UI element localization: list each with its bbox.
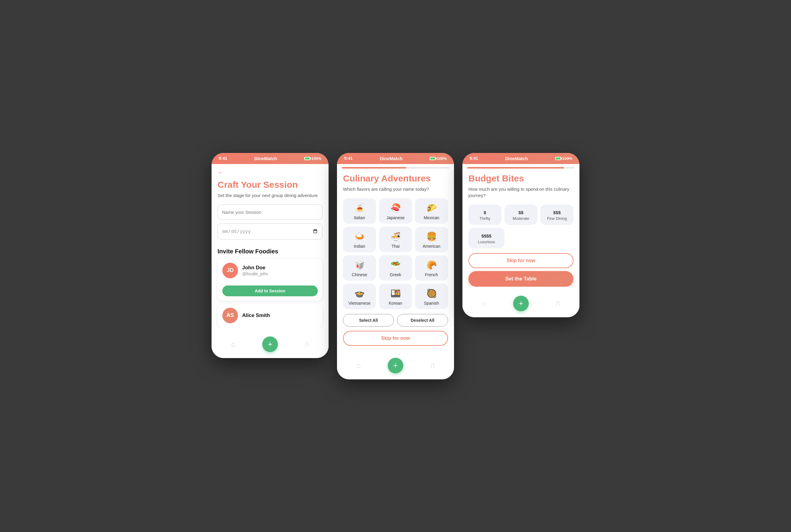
time-1: 9:41: [219, 156, 227, 161]
luxurious-label: Luxurious: [478, 240, 495, 244]
time-2: 9:41: [344, 156, 353, 161]
cuisine-label-korean: Korean: [389, 301, 402, 306]
cuisine-label-mexican: Mexican: [424, 215, 439, 220]
home-icon-3[interactable]: ⌂: [482, 300, 486, 307]
bottom-nav-2: ⌂ + ⎍: [337, 354, 454, 379]
budget-item-fine-dining[interactable]: $$$ Fine Dining: [540, 205, 573, 225]
cuisine-item-french[interactable]: 🥐 French: [415, 255, 448, 281]
luxurious-symbol: $$$$: [481, 233, 491, 239]
cuisine-item-greek[interactable]: 🥗 Greek: [379, 255, 412, 281]
bottom-nav-3: ⌂ + ⎍: [462, 291, 580, 317]
cuisine-emoji-greek: 🥗: [390, 260, 401, 270]
avatar-john: JD: [222, 263, 238, 278]
fab-button-3[interactable]: +: [513, 296, 529, 311]
user-card-alice: AS Alice Smith: [218, 303, 323, 327]
budget-symbol-0: $: [484, 210, 486, 215]
app-name-2: DineMatch: [380, 156, 402, 161]
battery-2: 100%: [430, 156, 447, 161]
cuisine-label-french: French: [425, 272, 438, 277]
phones-container: 9:41 DineMatch 100% ← Craft Your Session…: [211, 153, 580, 379]
add-to-session-button[interactable]: Add to Session: [222, 285, 318, 296]
cuisine-label-chinese: Chinese: [352, 272, 367, 277]
cuisine-emoji-american: 🍔: [426, 231, 437, 242]
skip-button-3[interactable]: Skip for now: [468, 253, 573, 268]
cuisine-emoji-thai: 🍜: [390, 231, 401, 242]
budget-item-luxurious[interactable]: $$$$ Luxurious: [468, 228, 504, 248]
cuisine-emoji-spanish: 🥘: [426, 288, 437, 298]
user-name-john: John Doe: [242, 265, 318, 271]
cuisine-item-american[interactable]: 🍔 American: [415, 227, 448, 252]
app-name-1: DineMatch: [254, 156, 277, 161]
date-input[interactable]: [218, 223, 323, 240]
cuisine-item-mexican[interactable]: 🌮 Mexican: [415, 198, 448, 224]
cuisine-item-vietnamese[interactable]: 🍲 Vietnamese: [343, 284, 376, 309]
chart-icon-1[interactable]: ⎍: [305, 340, 309, 348]
cuisine-item-chinese[interactable]: 🥡 Chinese: [343, 255, 376, 281]
cuisine-label-italian: Italian: [354, 215, 365, 220]
budget-item-moderate[interactable]: $$ Moderate: [504, 205, 537, 225]
phone-1: 9:41 DineMatch 100% ← Craft Your Session…: [211, 153, 329, 358]
status-bar-3: 9:41 DineMatch 100%: [462, 153, 580, 164]
avatar-alice: AS: [222, 308, 238, 323]
budget-label-0: Thrifty: [479, 216, 490, 221]
cuisine-emoji-indian: 🍛: [354, 231, 365, 242]
cuisine-emoji-italian: 🍝: [354, 203, 365, 213]
screen-craft: ← Craft Your Session Set the stage for y…: [211, 164, 329, 327]
cuisine-item-thai[interactable]: 🍜 Thai: [379, 227, 412, 252]
budget-symbol-1: $$: [518, 210, 523, 215]
fab-button-2[interactable]: +: [388, 358, 403, 373]
cuisine-emoji-vietnamese: 🍲: [354, 288, 365, 298]
battery-icon-3: [555, 157, 561, 160]
skip-button-2[interactable]: Skip for now: [343, 331, 448, 346]
progress-container-3: [462, 164, 580, 169]
bottom-nav-1: ⌂ + ⎍: [211, 332, 329, 358]
screen-subtitle-2: Which flavors are calling your name toda…: [343, 186, 448, 192]
cuisine-grid: 🍝 Italian 🍣 Japanese 🌮 Mexican 🍛 Indian …: [343, 198, 448, 309]
cuisine-item-italian[interactable]: 🍝 Italian: [343, 198, 376, 224]
home-icon-1[interactable]: ⌂: [231, 340, 235, 348]
budget-label-1: Moderate: [513, 216, 529, 221]
cuisine-label-japanese: Japanese: [386, 215, 405, 220]
cuisine-item-japanese[interactable]: 🍣 Japanese: [379, 198, 412, 224]
deselect-all-button[interactable]: Deselect All: [397, 314, 448, 327]
budget-symbol-2: $$$: [553, 210, 560, 215]
cuisine-label-american: American: [423, 244, 440, 249]
screen-subtitle-3: How much are you willing to spend on thi…: [468, 186, 573, 198]
battery-1: 100%: [304, 156, 321, 161]
cuisine-label-thai: Thai: [391, 244, 399, 249]
session-name-input[interactable]: [218, 205, 323, 220]
app-name-3: DineMatch: [505, 156, 528, 161]
set-the-table-button[interactable]: Set the Table: [468, 271, 573, 287]
luxurious-row: $$$$ Luxurious: [468, 228, 573, 248]
screen-culinary: Culinary Adventures Which flavors are ca…: [337, 169, 454, 349]
invite-title: Invite Fellow Foodies: [218, 248, 323, 255]
cuisine-item-indian[interactable]: 🍛 Indian: [343, 227, 376, 252]
battery-3: 100%: [555, 156, 572, 161]
user-handle-john: @foodie_john: [242, 271, 318, 276]
cuisine-emoji-mexican: 🌮: [426, 203, 437, 213]
phone-2: 9:41 DineMatch 100% Culinary Adventures …: [337, 153, 454, 379]
chart-icon-2[interactable]: ⎍: [430, 362, 435, 369]
cuisine-label-indian: Indian: [354, 244, 365, 249]
cuisine-item-spanish[interactable]: 🥘 Spanish: [415, 284, 448, 309]
user-card-john: JD John Doe @foodie_john Add to Session: [218, 259, 323, 301]
chart-icon-3[interactable]: ⎍: [556, 300, 560, 307]
cuisine-emoji-japanese: 🍣: [390, 203, 401, 213]
fab-button-1[interactable]: +: [262, 337, 278, 352]
phone-3: 9:41 DineMatch 100% Budget Bites How muc…: [462, 153, 580, 317]
progress-container-2: [337, 164, 454, 169]
cuisine-emoji-chinese: 🥡: [354, 260, 365, 270]
select-all-button[interactable]: Select All: [343, 314, 394, 327]
budget-item-thrifty[interactable]: $ Thrifty: [468, 205, 501, 225]
user-info-john: John Doe @foodie_john: [242, 265, 318, 276]
cuisine-item-korean[interactable]: 🍱 Korean: [379, 284, 412, 309]
status-bar-2: 9:41 DineMatch 100%: [337, 153, 454, 164]
back-button[interactable]: ←: [218, 169, 224, 177]
status-bar-1: 9:41 DineMatch 100%: [211, 153, 329, 164]
battery-icon-1: [304, 157, 310, 160]
cuisine-label-greek: Greek: [390, 272, 401, 277]
time-3: 9:41: [470, 156, 478, 161]
screen-title-3: Budget Bites: [468, 173, 573, 184]
screen-title-1: Craft Your Session: [218, 179, 323, 190]
home-icon-2[interactable]: ⌂: [356, 362, 361, 369]
